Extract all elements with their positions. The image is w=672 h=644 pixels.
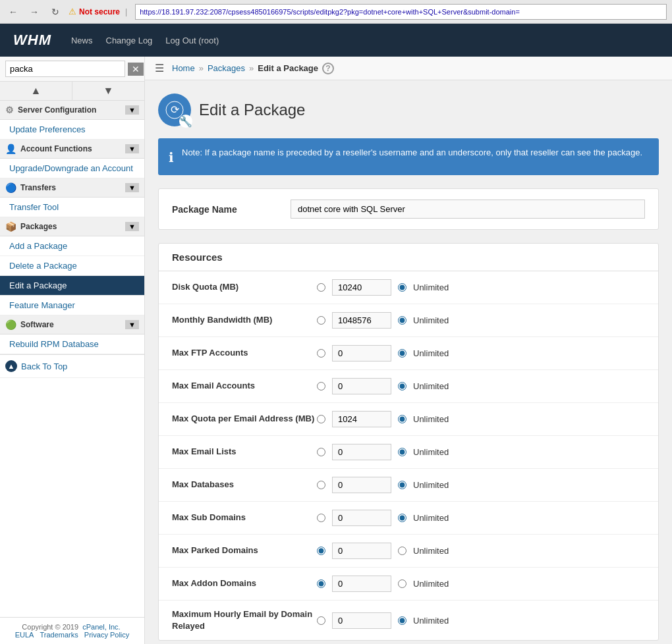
transfers-label: Transfers	[20, 183, 56, 192]
sidebar-section-server-configuration[interactable]: ⚙ Server Configuration ▼	[0, 101, 144, 120]
package-name-card: Package Name	[158, 188, 659, 230]
email-specific-radio[interactable]	[317, 382, 325, 390]
email-unlimited-radio[interactable]	[398, 382, 406, 390]
forward-button[interactable]: →	[26, 4, 42, 20]
info-banner: ℹ Note: If a package name is preceded by…	[158, 138, 659, 175]
databases-input[interactable]	[332, 477, 391, 493]
server-config-label: Server Configuration	[18, 105, 96, 115]
search-clear-button[interactable]: ✕	[128, 63, 144, 76]
email-unlimited-label: Unlimited	[413, 381, 449, 391]
sidebar-section-software[interactable]: 🟢 Software ▼	[0, 315, 144, 335]
hourly-email-input[interactable]	[332, 612, 391, 629]
whm-logo: WHM	[13, 32, 51, 49]
email-quota-specific-radio[interactable]	[317, 415, 325, 423]
sidebar-item-update-preferences[interactable]: Update Preferences	[0, 120, 144, 140]
back-button[interactable]: ←	[5, 4, 21, 20]
databases-specific-radio[interactable]	[317, 481, 325, 489]
resource-row-disk-quota: Disk Quota (MB) Unlimited	[159, 271, 658, 304]
bandwidth-specific-radio[interactable]	[317, 316, 325, 325]
search-input[interactable]	[5, 61, 125, 77]
max-parked-controls: Unlimited	[317, 543, 645, 559]
max-email-lists-label: Max Email Lists	[172, 446, 317, 458]
resource-row-max-subdomains: Max Sub Domains Unlimited	[159, 502, 658, 535]
monthly-bandwidth-label: Monthly Bandwidth (MB)	[172, 314, 317, 326]
server-config-expand[interactable]: ▼	[125, 105, 139, 115]
parked-specific-radio[interactable]	[317, 547, 325, 555]
cpanel-link[interactable]: cPanel, Inc.	[82, 623, 120, 631]
sidebar-item-edit-package[interactable]: Edit a Package	[0, 276, 144, 296]
sidebar-item-add-package[interactable]: Add a Package	[0, 236, 144, 256]
addon-specific-radio[interactable]	[317, 579, 325, 588]
addon-input[interactable]	[332, 576, 391, 592]
svg-text:⟳: ⟳	[171, 104, 180, 115]
sidebar-item-rebuild-rpm[interactable]: Rebuild RPM Database	[0, 335, 144, 354]
disk-quota-specific-radio[interactable]	[317, 283, 325, 292]
account-functions-expand[interactable]: ▼	[125, 144, 139, 153]
account-functions-icon: 👤	[5, 144, 16, 154]
disk-quota-controls: Unlimited	[317, 279, 645, 296]
sidebar-item-feature-manager[interactable]: Feature Manager	[0, 296, 144, 315]
email-lists-controls: Unlimited	[317, 444, 645, 460]
subdomains-unlimited-radio[interactable]	[398, 514, 406, 522]
max-subdomains-controls: Unlimited	[317, 510, 645, 526]
copyright-text: Copyright © 2019	[22, 623, 78, 631]
email-lists-unlimited-radio[interactable]	[398, 448, 406, 456]
server-config-icon: ⚙	[5, 105, 14, 115]
nav-up-button[interactable]: ▲	[0, 82, 72, 100]
package-name-input[interactable]	[291, 200, 645, 219]
packages-expand[interactable]: ▼	[125, 222, 139, 231]
parked-input[interactable]	[332, 543, 391, 559]
back-to-top-button[interactable]: ▲ Back To Top	[0, 354, 144, 378]
disk-quota-unlimited-radio[interactable]	[398, 283, 406, 292]
menu-icon[interactable]: ☰	[155, 62, 164, 74]
account-functions-label: Account Functions	[20, 144, 92, 153]
max-databases-label: Max Databases	[172, 479, 317, 491]
package-name-label: Package Name	[172, 204, 291, 215]
nav-logout[interactable]: Log Out (root)	[165, 36, 219, 45]
sidebar-section-account-functions[interactable]: 👤 Account Functions ▼	[0, 140, 144, 159]
info-banner-text: Note: If a package name is preceded by a…	[182, 146, 642, 159]
hourly-email-unlimited-radio[interactable]	[398, 616, 406, 625]
software-label: Software	[20, 320, 54, 329]
email-quota-label: Max Quota per Email Address (MB)	[172, 413, 317, 425]
databases-unlimited-radio[interactable]	[398, 481, 406, 489]
disk-quota-label: Disk Quota (MB)	[172, 281, 317, 293]
sidebar-section-packages[interactable]: 📦 Packages ▼	[0, 217, 144, 236]
privacy-link[interactable]: Privacy Policy	[84, 631, 129, 639]
nav-changelog[interactable]: Change Log	[106, 36, 153, 45]
subdomains-specific-radio[interactable]	[317, 514, 325, 522]
resource-row-max-addon-domains: Max Addon Domains Unlimited	[159, 568, 658, 601]
sidebar-item-upgrade-downgrade[interactable]: Upgrade/Downgrade an Account	[0, 159, 144, 178]
email-quota-input[interactable]	[332, 411, 391, 427]
ftp-input[interactable]	[332, 345, 391, 362]
breadcrumb-packages[interactable]: Packages	[208, 63, 245, 73]
monthly-bandwidth-controls: Unlimited	[317, 312, 645, 329]
sidebar-item-transfer-tool[interactable]: Transfer Tool	[0, 198, 144, 217]
hourly-email-specific-radio[interactable]	[317, 616, 325, 625]
email-lists-specific-radio[interactable]	[317, 448, 325, 456]
url-bar[interactable]	[135, 4, 667, 20]
parked-unlimited-radio[interactable]	[398, 547, 406, 555]
ftp-specific-radio[interactable]	[317, 349, 325, 358]
nav-news[interactable]: News	[71, 36, 93, 45]
sidebar-section-transfers[interactable]: 🔵 Transfers ▼	[0, 178, 144, 198]
nav-down-button[interactable]: ▼	[72, 82, 144, 100]
email-lists-input[interactable]	[332, 444, 391, 460]
email-input[interactable]	[332, 378, 391, 394]
trademarks-link[interactable]: Trademarks	[40, 631, 78, 639]
subdomains-input[interactable]	[332, 510, 391, 526]
sidebar-item-delete-package[interactable]: Delete a Package	[0, 256, 144, 276]
disk-quota-input[interactable]	[332, 279, 391, 296]
bandwidth-input[interactable]	[332, 312, 391, 329]
bandwidth-unlimited-radio[interactable]	[398, 316, 406, 325]
eula-link[interactable]: EULA	[15, 631, 34, 639]
software-expand[interactable]: ▼	[125, 320, 139, 329]
reload-button[interactable]: ↻	[47, 4, 63, 20]
nav-arrows: ▲ ▼	[0, 82, 144, 101]
breadcrumb-home[interactable]: Home	[172, 63, 195, 73]
help-icon[interactable]: ?	[322, 63, 334, 74]
addon-unlimited-radio[interactable]	[398, 579, 406, 588]
ftp-unlimited-radio[interactable]	[398, 349, 406, 358]
transfers-expand[interactable]: ▼	[125, 183, 139, 192]
email-quota-unlimited-radio[interactable]	[398, 415, 406, 423]
